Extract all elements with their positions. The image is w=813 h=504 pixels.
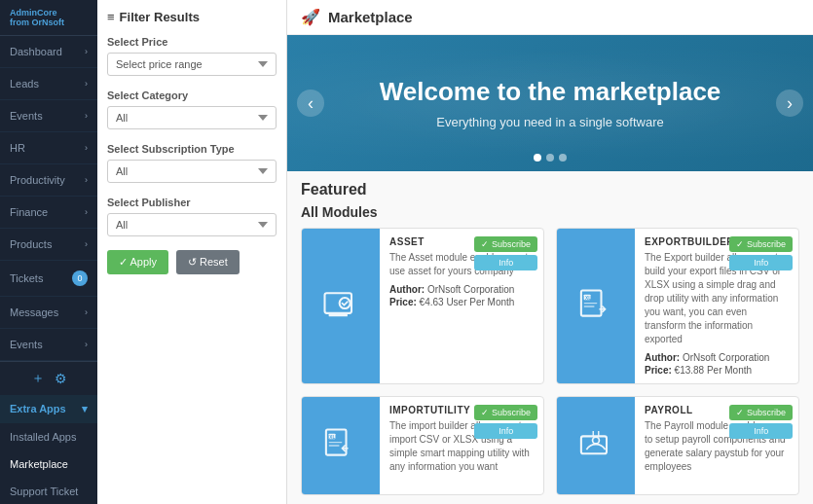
importutility-body: IMPORTUTILITY ✓ Subscribe Info The impor… <box>380 397 543 494</box>
marketplace-icon: 🚀 <box>301 8 320 26</box>
module-card-importutility: XLS IMPORTUTILITY ✓ Subscribe Info The i… <box>301 396 544 495</box>
sidebar-item-finance[interactable]: Finance › <box>0 197 97 229</box>
filter-subscription-section: Select Subscription Type All <box>107 143 277 183</box>
svg-rect-12 <box>329 445 340 446</box>
banner-dot-2[interactable] <box>546 154 554 162</box>
sidebar-label-tickets: Tickets <box>10 272 43 284</box>
sidebar-item-products[interactable]: Products › <box>0 229 97 261</box>
banner-prev-button[interactable]: ‹ <box>297 90 324 117</box>
sidebar-label-dashboard: Dashboard <box>10 46 62 57</box>
filter-icon: ≡ <box>107 10 115 24</box>
content-area: Featured All Modules ASSET ✓ Subscribe <box>287 171 813 504</box>
sidebar-item-support-ticket[interactable]: Support Ticket <box>0 478 97 504</box>
importutility-icon: XLS <box>319 424 362 467</box>
banner-dot-1[interactable] <box>534 154 541 162</box>
filter-publisher-label: Select Publisher <box>107 197 277 208</box>
tickets-badge: 0 <box>72 270 88 286</box>
sidebar-label-events: Events <box>10 110 43 122</box>
sidebar-item-events[interactable]: Events › <box>0 100 97 132</box>
filter-publisher-select[interactable]: All <box>107 213 277 236</box>
chevron-right-icon: › <box>85 79 88 89</box>
sidebar-item-tickets[interactable]: Tickets 0 <box>0 261 97 297</box>
sidebar-label-productivity: Productivity <box>10 174 65 186</box>
importutility-icon-area: XLS <box>302 397 380 494</box>
sidebar-label-messages: Messages <box>10 306 58 318</box>
svg-text:XLS: XLS <box>329 435 339 440</box>
sidebar-item-events2[interactable]: Events › <box>0 329 97 361</box>
payroll-info-button[interactable]: Info <box>729 423 793 439</box>
filter-publisher-section: Select Publisher All <box>107 197 277 236</box>
sidebar-label-products: Products <box>10 238 52 250</box>
sidebar-label-hr: HR <box>10 142 25 154</box>
payroll-icon-area <box>557 397 635 494</box>
filter-price-section: Select Price Select price range <box>107 36 277 76</box>
banner-next-button[interactable]: › <box>776 90 803 117</box>
sidebar-item-hr[interactable]: HR › <box>0 132 97 164</box>
modules-grid: ASSET ✓ Subscribe Info The Asset module … <box>301 228 799 495</box>
filter-category-select[interactable]: All <box>107 106 277 129</box>
chevron-right-icon: › <box>85 340 88 349</box>
asset-actions: ✓ Subscribe Info <box>474 236 537 270</box>
extra-apps-section: Extra Apps ▾ <box>0 395 97 423</box>
chevron-right-icon: › <box>85 175 88 185</box>
module-card-exportbuilder: XLS EXPORTBUILDER ✓ Subscribe Info The E… <box>556 228 799 384</box>
banner-dots <box>534 154 567 162</box>
asset-subscribe-button[interactable]: ✓ Subscribe <box>474 236 537 252</box>
sidebar-label-leads: Leads <box>10 78 39 90</box>
logo-sub: from OrNsoft <box>10 18 88 27</box>
sidebar-item-productivity[interactable]: Productivity › <box>0 164 97 197</box>
logo-text: AdminCore <box>10 8 88 18</box>
sidebar-label-finance: Finance <box>10 206 48 218</box>
filter-price-label: Select Price <box>107 36 277 48</box>
filter-subscription-select[interactable]: All <box>107 160 277 183</box>
chevron-right-icon: › <box>85 239 88 249</box>
sidebar-label-events2: Events <box>10 339 43 350</box>
sidebar-item-dashboard[interactable]: Dashboard › <box>0 36 97 68</box>
sidebar: AdminCore from OrNsoft Dashboard › Leads… <box>0 0 97 504</box>
support-ticket-label: Support Ticket <box>10 486 78 497</box>
payroll-body: PAYROLL ✓ Subscribe Info The Payroll mod… <box>635 397 798 494</box>
filter-category-section: Select Category All <box>107 90 277 129</box>
filter-title: ≡ Filter Results <box>107 10 277 24</box>
sidebar-item-messages[interactable]: Messages › <box>0 297 97 329</box>
sidebar-item-marketplace[interactable]: Marketplace <box>0 450 97 478</box>
filter-title-text: Filter Results <box>120 10 200 24</box>
exportbuilder-actions: ✓ Subscribe Info <box>729 236 793 270</box>
page-title: Marketplace <box>328 9 413 25</box>
banner-dot-3[interactable] <box>559 154 567 162</box>
exportbuilder-info-button[interactable]: Info <box>729 255 793 270</box>
sidebar-logo: AdminCore from OrNsoft <box>0 0 97 36</box>
importutility-subscribe-button[interactable]: ✓ Subscribe <box>474 405 537 420</box>
svg-rect-0 <box>325 293 352 313</box>
svg-point-2 <box>340 298 351 308</box>
importutility-info-button[interactable]: Info <box>474 423 537 439</box>
settings-icon[interactable]: ⚙ <box>55 371 67 386</box>
installed-apps-label: Installed Apps <box>10 431 77 443</box>
all-modules-label: All Modules <box>301 204 799 220</box>
exportbuilder-icon-area: XLS <box>557 229 635 383</box>
sidebar-item-installed-apps[interactable]: Installed Apps <box>0 423 97 450</box>
plus-icon[interactable]: ＋ <box>31 370 45 387</box>
chevron-right-icon: › <box>85 307 88 317</box>
extra-apps-label: Extra Apps <box>10 403 66 414</box>
marketplace-label: Marketplace <box>10 458 68 470</box>
exportbuilder-body: EXPORTBUILDER ✓ Subscribe Info The Expor… <box>635 229 798 383</box>
payroll-subscribe-button[interactable]: ✓ Subscribe <box>729 405 793 420</box>
filter-buttons: ✓ Apply ↺ Reset <box>107 250 277 274</box>
chevron-right-icon: › <box>85 143 88 153</box>
apply-button[interactable]: ✓ Apply <box>107 250 168 274</box>
main-content: 🚀 Marketplace ‹ Welcome to the marketpla… <box>287 0 813 504</box>
exportbuilder-price: Price: €13.88 Per Month <box>645 365 789 376</box>
filter-price-select[interactable]: Select price range <box>107 53 277 76</box>
module-card-asset: ASSET ✓ Subscribe Info The Asset module … <box>301 228 544 384</box>
chevron-down-icon: ▾ <box>82 403 88 415</box>
banner-subtext: Everything you need in a single software <box>436 115 663 129</box>
sidebar-action-row: ＋ ⚙ <box>0 361 97 395</box>
reset-button[interactable]: ↺ Reset <box>176 250 240 274</box>
svg-rect-5 <box>584 302 598 303</box>
asset-icon-area <box>302 229 380 383</box>
sidebar-item-leads[interactable]: Leads › <box>0 68 97 100</box>
asset-info-button[interactable]: Info <box>474 255 537 270</box>
exportbuilder-subscribe-button[interactable]: ✓ Subscribe <box>729 236 793 252</box>
chevron-right-icon: › <box>85 207 88 217</box>
